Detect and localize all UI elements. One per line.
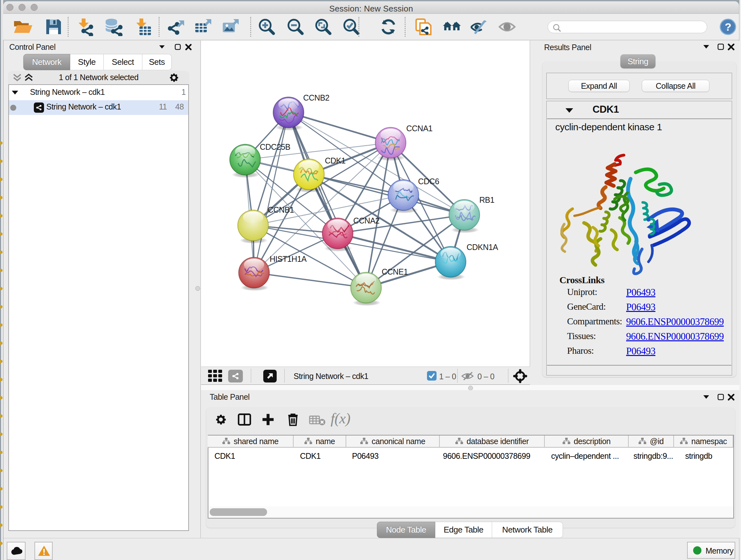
- svg-text:CDC6: CDC6: [418, 177, 439, 186]
- svg-text:CDC25B: CDC25B: [260, 142, 290, 151]
- svg-text:CDKN1A: CDKN1A: [467, 243, 498, 252]
- svg-text:CCNA2: CCNA2: [353, 216, 380, 225]
- svg-text:RB1: RB1: [479, 195, 494, 204]
- svg-text:CCNA1: CCNA1: [406, 124, 432, 133]
- svg-text:HIST1H1A: HIST1H1A: [270, 254, 307, 263]
- svg-text:?: ?: [725, 21, 731, 33]
- svg-text:CCNB1: CCNB1: [268, 205, 294, 214]
- svg-text:CCNB2: CCNB2: [303, 93, 329, 102]
- svg-text:CCNE1: CCNE1: [382, 267, 408, 276]
- svg-text:CDK1: CDK1: [325, 156, 346, 165]
